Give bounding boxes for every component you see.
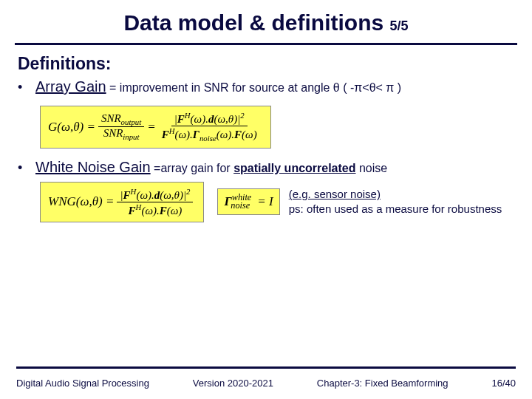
- formula-array-gain: G(ω,θ) = SNRoutput SNRinput = |FH(ω).d(ω…: [40, 106, 271, 149]
- wng-notes: (e.g. sensor noise) ps: often used as a …: [289, 187, 502, 217]
- wng-desc: =array gain for: [151, 162, 234, 174]
- footer-rule: [16, 366, 516, 369]
- bullet-text: Array Gain = improvement in SNR for sour…: [35, 78, 401, 95]
- bullet-text: White Noise Gain =array gain for spatial…: [35, 159, 387, 176]
- bullet-dot-icon: •: [18, 161, 28, 174]
- ag-n-sup: H: [185, 111, 191, 120]
- wng-side: Γwhitenoise = I (e.g. sensor noise) ps: …: [217, 187, 502, 217]
- formula-wng: WNG(ω,θ) = |FH(ω).d(ω,θ)|2 FH(ω).F(ω): [40, 182, 204, 223]
- ag-main-frac: |FH(ω).d(ω,θ)|2 FH(ω).Γnoise(ω).F(ω): [159, 111, 260, 143]
- slide-title: Data model & definitions 5/5: [0, 0, 532, 43]
- bullet-white-noise-gain: • White Noise Gain =array gain for spati…: [18, 159, 514, 176]
- footer-page: 16/40: [491, 378, 516, 389]
- wng-frac: |FH(ω).d(ω,θ)|2 FH(ω).F(ω): [117, 187, 193, 218]
- ag-den1: SNR: [103, 127, 123, 139]
- footer-version: Version 2020-2021: [193, 378, 273, 389]
- wng-noise-word: noise: [356, 162, 388, 174]
- ag-d-arg3: (ω): [242, 129, 257, 140]
- term-array-gain: Array Gain: [35, 78, 106, 95]
- footer-left: Digital Audio Signal Processing: [16, 378, 149, 389]
- ag-d-arg1: (ω).: [175, 129, 193, 140]
- wng-n-arg: (ω).: [136, 189, 154, 201]
- ag-lhs: G(ω,θ) =: [48, 120, 95, 134]
- gb-sub: noise: [231, 200, 250, 211]
- ag-d-F1: F: [162, 129, 169, 140]
- footer-chapter: Chapter-3: Fixed Beamforming: [317, 378, 449, 389]
- wng-n-rest: (ω,θ)|: [160, 189, 186, 201]
- title-rule: [15, 43, 517, 45]
- array-gain-desc: = improvement in SNR for source at angle…: [106, 81, 402, 94]
- gb-eq: = I: [254, 194, 273, 208]
- wng-uncorr: spatially uncorrelated: [233, 162, 355, 174]
- ag-n-arg: (ω).: [191, 113, 208, 125]
- ag-snr-frac: SNRoutput SNRinput: [98, 112, 144, 142]
- bullet-array-gain: • Array Gain = improvement in SNR for so…: [18, 78, 514, 95]
- ag-d-sup1: H: [169, 126, 175, 135]
- ag-n-rest: (ω,θ)|: [214, 113, 240, 125]
- title-main: Data model & definitions: [123, 10, 383, 35]
- ag-mid: =: [147, 120, 155, 134]
- content-area: Definitions: • Array Gain = improvement …: [0, 54, 532, 222]
- wng-d-F1: F: [129, 205, 136, 216]
- section-heading: Definitions:: [18, 54, 514, 74]
- ag-d-arg2: (ω).: [216, 129, 234, 140]
- ag-d-G: Γ: [193, 129, 200, 140]
- ag-n-sq: 2: [240, 111, 244, 120]
- wng-d-arg2: (ω): [167, 205, 183, 216]
- ag-num1: SNR: [101, 112, 121, 124]
- note-robustness: ps: often used as a measure for robustne…: [289, 202, 502, 216]
- title-part: 5/5: [390, 18, 409, 33]
- note-sensor-noise: (e.g. sensor noise): [289, 187, 502, 202]
- wng-row: WNG(ω,θ) = |FH(ω).d(ω,θ)|2 FH(ω).F(ω) Γw…: [40, 182, 514, 223]
- ag-d-gsub: noise: [200, 134, 216, 143]
- footer: Digital Audio Signal Processing Version …: [0, 366, 532, 399]
- ag-num1-sub: output: [121, 117, 142, 126]
- wng-n-sq: 2: [186, 187, 190, 196]
- ag-n-F: F: [177, 113, 185, 125]
- ag-d-F2: F: [234, 129, 242, 140]
- formula-gamma-white: Γwhitenoise = I: [217, 188, 279, 215]
- wng-d-arg1: (ω).: [141, 205, 159, 216]
- wng-d-F2: F: [160, 205, 167, 216]
- ag-den1-sub: input: [123, 132, 139, 141]
- wng-lhs: WNG(ω,θ) =: [48, 194, 114, 209]
- bullet-dot-icon: •: [18, 81, 28, 94]
- wng-n-F: F: [123, 189, 131, 201]
- term-white-noise-gain: White Noise Gain: [35, 159, 151, 175]
